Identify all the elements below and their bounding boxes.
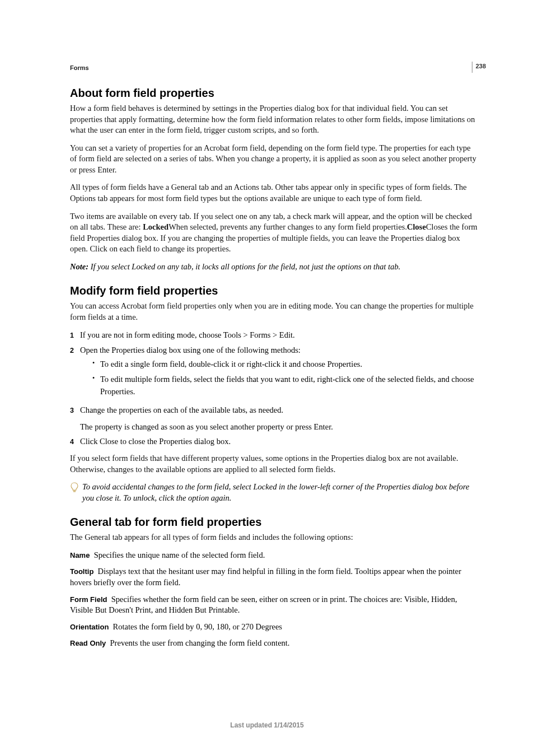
heading-modify: Modify form field properties (70, 284, 478, 297)
def-readonly: Read Only Prevents the user from changin… (70, 638, 478, 649)
def-term: Orientation (70, 623, 109, 631)
def-term: Name (70, 551, 90, 559)
step-text: Click Close to close the Properties dial… (80, 436, 478, 447)
modify-steps-cont: 4 Click Close to close the Properties di… (70, 436, 478, 447)
step-2-sublist: To edit a single form field, double-clic… (80, 358, 478, 397)
footer-last-updated: Last updated 1/14/2015 (0, 721, 534, 729)
modify-intro: You can access Acrobat form field proper… (70, 301, 478, 323)
def-desc: Displays text that the hesitant user may… (70, 567, 461, 587)
def-name: Name Specifies the unique name of the se… (70, 550, 478, 561)
def-desc: Prevents the user from changing the form… (110, 638, 290, 647)
def-term: Form Field (70, 595, 107, 604)
heading-general: General tab for form field properties (70, 516, 478, 529)
modify-tip: To avoid accidental changes to the form … (70, 482, 478, 503)
def-term: Read Only (70, 639, 106, 647)
def-tooltip: Tooltip Displays text that the hesitant … (70, 566, 478, 588)
def-formfield: Form Field Specifies whether the form fi… (70, 594, 478, 616)
chapter-label: Forms (70, 64, 478, 71)
step-2: 2 Open the Properties dialog box using o… (70, 344, 478, 400)
modify-steps: 1 If you are not in form editing mode, c… (70, 329, 478, 416)
def-orientation: Orientation Rotates the form field by 0,… (70, 622, 478, 633)
lightbulb-icon (70, 482, 82, 497)
step-2-sub-1: To edit a single form field, double-clic… (92, 358, 478, 370)
step-4: 4 Click Close to close the Properties di… (70, 436, 478, 447)
step-1: 1 If you are not in form editing mode, c… (70, 329, 478, 341)
step-3-after: The property is changed as soon as you s… (70, 422, 478, 433)
page-number: 238 (472, 62, 486, 73)
about-p3: All types of form fields have a General … (70, 182, 478, 204)
about-p2: You can set a variety of properties for … (70, 143, 478, 176)
step-text: If you are not in form editing mode, cho… (80, 329, 478, 341)
def-term: Tooltip (70, 567, 93, 576)
about-p1: How a form field behaves is determined b… (70, 103, 478, 136)
step-text: Change the properties on each of the ava… (80, 404, 478, 416)
def-desc: Specifies the unique name of the selecte… (94, 550, 265, 559)
about-p4-bold1: Locked (143, 222, 168, 231)
note-label: Note: (70, 262, 91, 271)
def-desc: Specifies whether the form field can be … (70, 595, 457, 615)
step-number: 1 (70, 329, 80, 341)
step-3: 3 Change the properties on each of the a… (70, 404, 478, 416)
step-2-sub-2: To edit multiple form fields, select the… (92, 374, 478, 397)
step-number: 3 (70, 404, 80, 416)
step-number: 4 (70, 436, 80, 447)
general-intro: The General tab appears for all types of… (70, 532, 478, 543)
about-note: Note: If you select Locked on any tab, i… (70, 262, 478, 273)
heading-about: About form field properties (70, 87, 478, 100)
step-2-text: Open the Properties dialog box using one… (80, 346, 301, 354)
tip-text: To avoid accidental changes to the form … (82, 482, 478, 503)
step-number: 2 (70, 344, 80, 400)
about-p4-bold2: Close (407, 222, 426, 231)
note-text: If you select Locked on any tab, it lock… (91, 262, 401, 271)
about-p4-mid: When selected, prevents any further chan… (168, 222, 407, 231)
modify-after-p: If you select form fields that have diff… (70, 453, 478, 475)
about-p4: Two items are available on every tab. If… (70, 211, 478, 255)
step-text: Open the Properties dialog box using one… (80, 344, 478, 400)
def-desc: Rotates the form field by 0, 90, 180, or… (113, 622, 282, 631)
